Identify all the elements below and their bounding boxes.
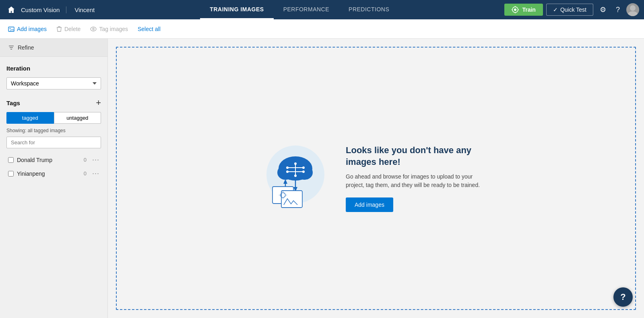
project-label: Vincent — [68, 6, 95, 13]
search-input[interactable] — [6, 137, 101, 148]
tag-name-yinianpeng: Yinianpeng — [17, 170, 80, 177]
svg-point-6 — [630, 5, 636, 11]
train-label: Train — [522, 6, 535, 13]
refine-button[interactable]: Refine — [0, 39, 107, 57]
dashed-drop-zone: Looks like you don't have any images her… — [116, 47, 636, 310]
tab-training-images[interactable]: TRAINING IMAGES — [200, 0, 273, 19]
tag-more-yinianpeng[interactable]: ··· — [92, 169, 99, 178]
tag-images-label: Tag images — [99, 26, 128, 32]
quicktest-label: Quick Test — [560, 6, 586, 13]
brand-label: Custom Vision — [21, 6, 66, 13]
content-area: Looks like you don't have any images her… — [108, 39, 644, 318]
top-navigation: Custom Vision Vincent TRAINING IMAGES PE… — [0, 0, 644, 19]
quick-test-button[interactable]: ✓ Quick Test — [546, 4, 593, 16]
nav-tabs: TRAINING IMAGES PERFORMANCE PREDICTIONS — [95, 0, 504, 19]
tags-title: Tags — [6, 100, 20, 106]
delete-icon — [56, 26, 62, 32]
empty-add-images-button[interactable]: Add images — [346, 197, 393, 212]
avatar[interactable] — [626, 3, 639, 16]
nav-actions: Train ✓ Quick Test ⚙ ? — [504, 3, 639, 16]
svg-point-24 — [302, 166, 305, 169]
question-icon: ? — [616, 6, 620, 14]
train-icon — [512, 6, 519, 13]
svg-point-11 — [93, 28, 94, 30]
tag-images-button[interactable]: Tag images — [90, 24, 128, 34]
svg-point-28 — [294, 175, 297, 177]
train-button[interactable]: Train — [504, 4, 543, 16]
tag-images-icon — [90, 26, 97, 32]
tag-item: Yinianpeng 0 ··· — [6, 167, 101, 181]
filter-tagged-button[interactable]: tagged — [6, 112, 54, 124]
filter-untagged-button[interactable]: untagged — [54, 112, 101, 124]
svg-point-7 — [628, 11, 638, 16]
delete-button[interactable]: Delete — [56, 24, 80, 34]
tags-filter: tagged untagged — [6, 112, 101, 124]
svg-point-25 — [286, 170, 289, 173]
empty-state: Looks like you don't have any images her… — [261, 144, 491, 213]
svg-point-1 — [514, 8, 516, 11]
empty-state-illustration — [261, 144, 330, 213]
help-nav-button[interactable]: ? — [613, 4, 623, 16]
delete-label: Delete — [64, 26, 80, 32]
svg-point-23 — [286, 166, 289, 169]
tag-list: Donald Trump 0 ··· Yinianpeng 0 ··· — [6, 153, 101, 181]
iteration-select[interactable]: Workspace — [6, 77, 101, 89]
tag-name-donald-trump: Donald Trump — [17, 157, 80, 163]
select-all-label: Select all — [138, 26, 161, 32]
sidebar: Refine Iteration Workspace Tags + tagged… — [0, 39, 108, 318]
svg-point-9 — [10, 28, 10, 29]
add-images-button[interactable]: Add images — [8, 24, 47, 34]
empty-title: Looks like you don't have any images her… — [346, 145, 491, 168]
tab-predictions[interactable]: PREDICTIONS — [339, 0, 399, 19]
home-icon[interactable] — [5, 3, 18, 16]
help-bubble-button[interactable]: ? — [613, 287, 633, 307]
svg-point-26 — [302, 170, 305, 173]
select-all-button[interactable]: Select all — [138, 24, 161, 34]
tag-item: Donald Trump 0 ··· — [6, 153, 101, 167]
tab-performance[interactable]: PERFORMANCE — [274, 0, 339, 19]
tag-count-donald-trump: 0 — [84, 157, 87, 163]
settings-button[interactable]: ⚙ — [597, 4, 609, 16]
tag-checkbox-donald-trump[interactable] — [8, 157, 14, 163]
empty-description: Go ahead and browse for images to upload… — [346, 173, 491, 189]
gear-icon: ⚙ — [600, 5, 606, 14]
refine-icon — [8, 44, 14, 51]
checkmark-icon: ✓ — [553, 6, 558, 13]
refine-label: Refine — [18, 44, 34, 51]
add-tag-button[interactable]: + — [96, 98, 101, 107]
tags-header: Tags + — [6, 98, 101, 107]
sidebar-body: Iteration Workspace Tags + tagged untagg… — [0, 57, 107, 187]
svg-point-10 — [91, 27, 96, 31]
tag-checkbox-yinianpeng[interactable] — [8, 171, 14, 177]
add-images-label: Add images — [17, 26, 47, 32]
main-layout: Refine Iteration Workspace Tags + tagged… — [0, 39, 644, 318]
tag-count-yinianpeng: 0 — [84, 170, 87, 177]
showing-label: Showing: all tagged images — [6, 128, 101, 133]
svg-point-27 — [294, 162, 297, 165]
tag-more-donald-trump[interactable]: ··· — [92, 156, 99, 164]
iteration-title: Iteration — [6, 65, 101, 72]
add-images-icon — [8, 26, 14, 32]
empty-text-block: Looks like you don't have any images her… — [346, 145, 491, 212]
toolbar: Add images Delete Tag images Select all — [0, 19, 644, 39]
help-bubble-icon: ? — [620, 292, 625, 302]
